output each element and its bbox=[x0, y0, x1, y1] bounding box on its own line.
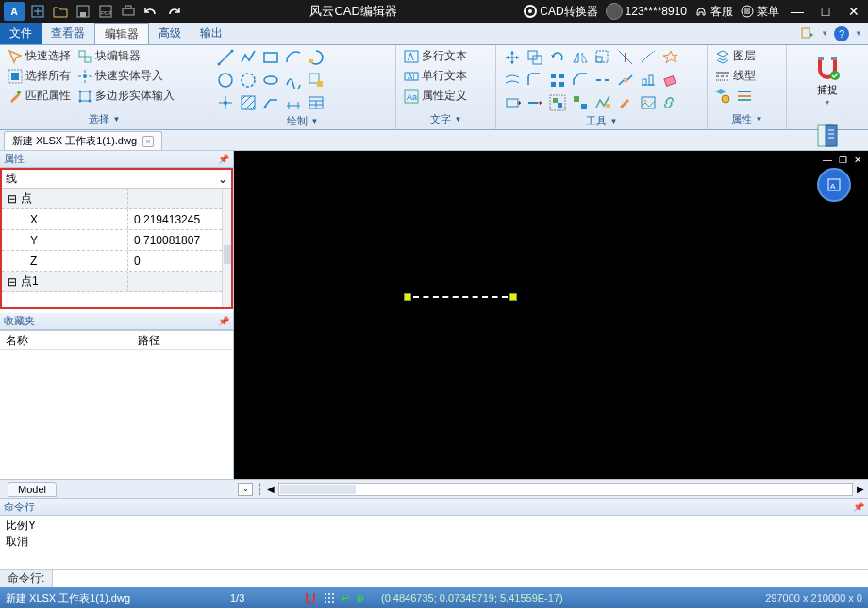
layout-dropdown[interactable]: ⌄ bbox=[238, 483, 253, 496]
rotate-tool[interactable] bbox=[547, 47, 568, 68]
prop-paint-tool[interactable] bbox=[615, 92, 636, 113]
ungroup-tool[interactable] bbox=[570, 92, 591, 113]
user-account[interactable]: 123****8910 bbox=[606, 3, 687, 20]
polyline-tool[interactable] bbox=[238, 47, 259, 68]
redo-icon[interactable] bbox=[164, 2, 183, 21]
rect-tool[interactable] bbox=[260, 47, 281, 68]
stext-button[interactable]: A|单行文本 bbox=[402, 67, 469, 85]
menu-advanced[interactable]: 高级 bbox=[149, 23, 191, 44]
pin-icon[interactable]: 📌 bbox=[218, 154, 229, 164]
donut-tool[interactable] bbox=[238, 70, 259, 91]
dim-tool[interactable] bbox=[283, 92, 304, 113]
attrdef-button[interactable]: Aa属性定义 bbox=[402, 87, 469, 105]
pedit-tool[interactable] bbox=[593, 92, 613, 113]
props-group-dropdown[interactable]: ▼ bbox=[756, 115, 763, 124]
menu-editor[interactable]: 编辑器 bbox=[94, 23, 149, 44]
props-scrollbar[interactable] bbox=[222, 189, 231, 307]
copy-tool[interactable] bbox=[525, 47, 545, 68]
mirror-tool[interactable] bbox=[570, 47, 591, 68]
model-tab[interactable]: Model bbox=[8, 482, 57, 497]
explode-tool[interactable] bbox=[660, 47, 681, 68]
close-tab-icon[interactable]: × bbox=[142, 136, 154, 147]
canvas-restore-icon[interactable]: ❐ bbox=[836, 153, 849, 166]
block-insert-tool[interactable] bbox=[306, 70, 326, 91]
move-tool[interactable] bbox=[502, 47, 523, 68]
snap-button[interactable]: 捕捉 ▼ bbox=[810, 47, 845, 113]
prop-row-x[interactable]: X0.219413245 bbox=[2, 209, 231, 230]
grip-start[interactable] bbox=[404, 293, 411, 301]
quick-select-button[interactable]: 快速选择 bbox=[6, 47, 73, 65]
menu-viewer[interactable]: 查看器 bbox=[42, 23, 94, 44]
layer-button[interactable]: 图层 bbox=[713, 47, 780, 65]
array-tool[interactable] bbox=[547, 70, 568, 91]
scroll-left-icon[interactable]: ◀ bbox=[267, 484, 275, 494]
print-icon[interactable] bbox=[119, 2, 138, 21]
fillet-tool[interactable] bbox=[525, 70, 545, 91]
ellipse-tool[interactable] bbox=[260, 70, 281, 91]
select-all-button[interactable]: 选择所有 bbox=[6, 67, 73, 85]
arc-tool[interactable] bbox=[283, 47, 304, 68]
new-icon[interactable] bbox=[28, 2, 47, 21]
save-pdf-icon[interactable]: PDF bbox=[96, 2, 115, 21]
save-icon[interactable] bbox=[74, 2, 92, 21]
ortho-toggle-icon[interactable]: ↵ bbox=[342, 592, 350, 604]
polygon-insert-button[interactable]: 多边形实体输入 bbox=[75, 87, 176, 105]
grid-toggle-icon[interactable] bbox=[323, 591, 336, 604]
point-tool[interactable] bbox=[215, 92, 236, 113]
spline-tool[interactable] bbox=[283, 70, 304, 91]
menu-button[interactable]: 菜单 bbox=[741, 4, 779, 20]
scroll-right-icon[interactable]: ▶ bbox=[857, 484, 864, 494]
offset-tool[interactable] bbox=[502, 70, 523, 91]
draw-group-dropdown[interactable]: ▼ bbox=[311, 117, 319, 125]
tool-group-dropdown[interactable]: ▼ bbox=[610, 117, 618, 125]
erase-tool[interactable] bbox=[660, 70, 681, 91]
hyperlink-tool[interactable] bbox=[660, 92, 681, 113]
canvas-close-icon[interactable]: ✕ bbox=[851, 153, 864, 166]
ellipse-arc-tool[interactable] bbox=[306, 47, 326, 68]
file-tab[interactable]: 新建 XLSX 工作表1(1).dwg × bbox=[4, 131, 162, 150]
support-button[interactable]: 客服 bbox=[694, 4, 733, 20]
prop-group-point[interactable]: ⊟点 bbox=[2, 189, 231, 209]
canvas-min-icon[interactable]: — bbox=[821, 153, 834, 166]
close-button[interactable]: ✕ bbox=[843, 2, 864, 21]
extend-tool[interactable] bbox=[638, 47, 659, 68]
mtext-button[interactable]: A多行文本 bbox=[402, 47, 469, 65]
break-tool[interactable] bbox=[593, 70, 613, 91]
prop-group-point1[interactable]: ⊟点1 bbox=[2, 272, 231, 292]
layer-style-icon[interactable] bbox=[736, 87, 757, 108]
leader-tool[interactable] bbox=[260, 92, 281, 113]
snap-toggle-icon[interactable] bbox=[304, 591, 317, 604]
pin-icon[interactable]: 📌 bbox=[218, 316, 229, 326]
drawing-canvas[interactable]: — ❐ ✕ A bbox=[234, 151, 868, 479]
stretch-tool[interactable] bbox=[502, 92, 523, 113]
select-group-dropdown[interactable]: ▼ bbox=[113, 115, 121, 124]
prop-row-y[interactable]: Y0.710081807 bbox=[2, 230, 231, 251]
nav-cube-icon[interactable]: A bbox=[817, 168, 851, 202]
maximize-button[interactable]: □ bbox=[815, 2, 836, 21]
horiz-scrollbar[interactable] bbox=[278, 483, 853, 496]
linetype-button[interactable]: 线型 bbox=[713, 67, 780, 85]
match-props-button[interactable]: 匹配属性 bbox=[6, 87, 73, 105]
undo-icon[interactable] bbox=[142, 2, 160, 21]
help-icon[interactable]: ? bbox=[834, 26, 849, 41]
selected-line-entity[interactable] bbox=[404, 292, 517, 302]
open-icon[interactable] bbox=[51, 2, 70, 21]
circle-tool[interactable] bbox=[215, 70, 236, 91]
entity-type-select[interactable]: 线 ⌄ bbox=[2, 170, 231, 189]
line-tool[interactable] bbox=[215, 47, 236, 68]
align-tool[interactable] bbox=[638, 70, 659, 91]
table-tool[interactable] bbox=[306, 92, 326, 113]
prop-row-z[interactable]: Z0 bbox=[2, 251, 231, 272]
menu-output[interactable]: 输出 bbox=[191, 23, 232, 44]
scale-tool[interactable] bbox=[593, 47, 613, 68]
quick-import-button[interactable]: 快速实体导入 bbox=[75, 67, 176, 85]
grip-end[interactable] bbox=[509, 293, 517, 301]
menu-file[interactable]: 文件 bbox=[0, 23, 42, 44]
text-group-dropdown[interactable]: ▼ bbox=[455, 115, 462, 124]
minimize-button[interactable]: — bbox=[787, 2, 808, 21]
settings-icon[interactable] bbox=[800, 26, 815, 41]
polar-toggle-icon[interactable]: ⊕ bbox=[356, 592, 364, 604]
image-attach-tool[interactable] bbox=[638, 92, 659, 113]
help-dropdown[interactable]: ▼ bbox=[855, 29, 862, 38]
pin-icon[interactable]: 📌 bbox=[853, 502, 864, 512]
